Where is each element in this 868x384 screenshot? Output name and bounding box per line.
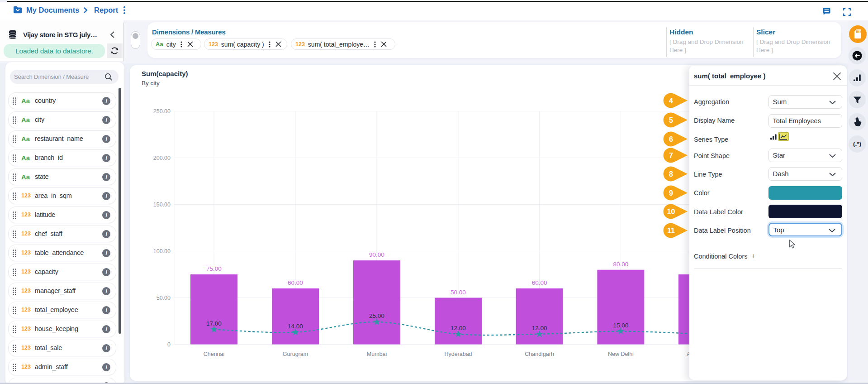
svg-text:50.00: 50.00 xyxy=(451,289,466,296)
svg-text:50.00: 50.00 xyxy=(157,295,171,301)
svg-text:80.00: 80.00 xyxy=(613,261,629,268)
svg-text:7: 7 xyxy=(669,152,673,159)
svg-text:150.00: 150.00 xyxy=(153,202,171,208)
svg-text:25.00: 25.00 xyxy=(369,312,384,319)
svg-text:Mumbai: Mumbai xyxy=(367,351,387,357)
svg-text:17.00: 17.00 xyxy=(206,320,222,327)
svg-text:100.00: 100.00 xyxy=(153,248,171,254)
svg-text:6: 6 xyxy=(669,135,673,143)
svg-text:4: 4 xyxy=(669,97,673,105)
svg-text:75.00: 75.00 xyxy=(206,265,222,272)
svg-text:5: 5 xyxy=(669,116,673,124)
svg-text:Gurugram: Gurugram xyxy=(283,351,308,357)
svg-text:15.00: 15.00 xyxy=(613,322,629,329)
svg-text:Hyderabad: Hyderabad xyxy=(444,351,472,357)
svg-text:250.00: 250.00 xyxy=(153,108,171,115)
svg-text:60.00: 60.00 xyxy=(532,279,547,286)
svg-text:New Delhi: New Delhi xyxy=(608,351,634,357)
svg-text:10: 10 xyxy=(667,208,675,216)
svg-text:12.00: 12.00 xyxy=(451,325,466,331)
svg-text:90.00: 90.00 xyxy=(369,251,384,258)
svg-text:11: 11 xyxy=(667,227,675,235)
svg-text:Chandigarh: Chandigarh xyxy=(525,351,554,357)
svg-text:200.00: 200.00 xyxy=(153,155,171,161)
svg-text:12.00: 12.00 xyxy=(532,325,547,331)
svg-text:8: 8 xyxy=(669,170,673,178)
svg-text:60.00: 60.00 xyxy=(288,279,303,286)
svg-text:Chennai: Chennai xyxy=(204,351,225,357)
svg-text:0: 0 xyxy=(167,341,171,348)
svg-text:14.00: 14.00 xyxy=(288,323,303,330)
svg-text:9: 9 xyxy=(669,189,673,197)
